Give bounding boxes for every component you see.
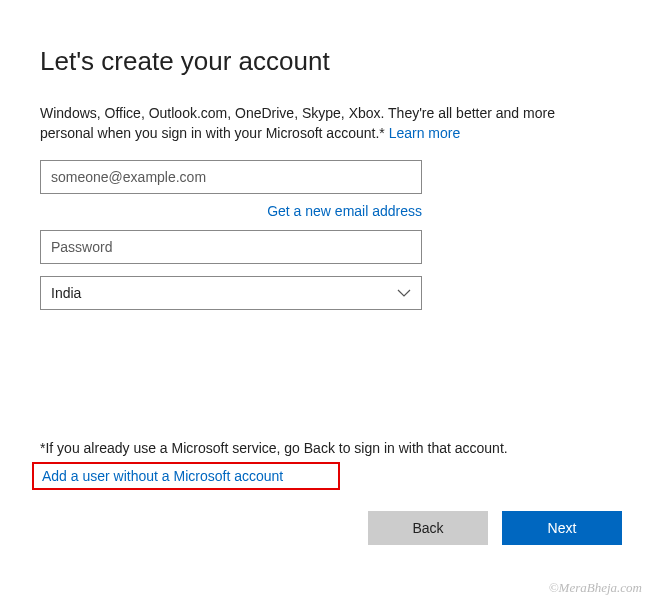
bottom-button-bar: Back Next [368,511,622,545]
learn-more-link[interactable]: Learn more [389,125,461,141]
page-title: Let's create your account [40,46,612,77]
new-email-row: Get a new email address [40,202,422,220]
password-field[interactable] [40,230,422,264]
create-account-page: Let's create your account Windows, Offic… [0,0,652,600]
intro-text: Windows, Office, Outlook.com, OneDrive, … [40,103,580,144]
email-field[interactable] [40,160,422,194]
chevron-down-icon [397,286,411,300]
back-button[interactable]: Back [368,511,488,545]
country-selected-value: India [51,277,81,309]
get-new-email-link[interactable]: Get a new email address [267,203,422,219]
add-user-without-ms-account-link[interactable]: Add a user without a Microsoft account [42,468,283,484]
footnote-text: *If you already use a Microsoft service,… [40,440,508,456]
next-button[interactable]: Next [502,511,622,545]
add-user-highlight: Add a user without a Microsoft account [32,462,340,490]
country-select[interactable]: India [40,276,422,310]
watermark-text: ©MeraBheja.com [549,580,642,596]
intro-body: Windows, Office, Outlook.com, OneDrive, … [40,105,555,141]
